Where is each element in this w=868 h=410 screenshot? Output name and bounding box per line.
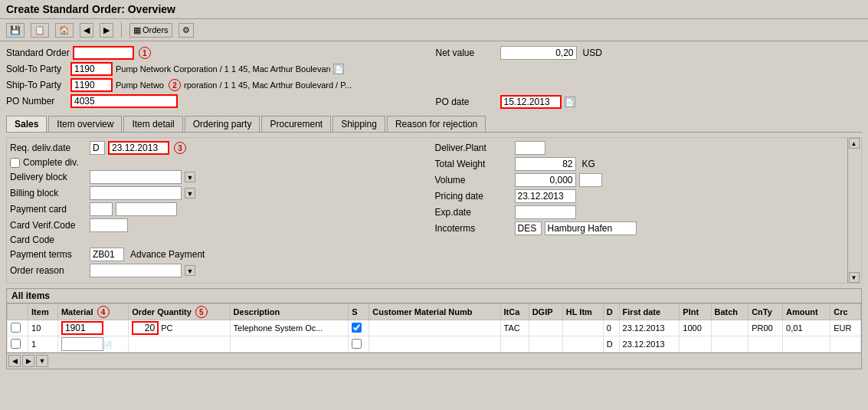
delivery-block-input[interactable] <box>90 170 182 184</box>
nav-forward-button[interactable]: ▶ <box>100 23 113 38</box>
row2-copy-icon[interactable]: 📄 <box>103 341 112 349</box>
save-button[interactable]: 💾 <box>6 23 25 38</box>
row1-customer-mat <box>369 320 500 336</box>
form-grid: Req. deliv.date 3 Complete div. Delivery… <box>10 141 858 280</box>
po-date-input[interactable] <box>500 95 562 109</box>
ship-to-party-desc: Pump Netwo <box>116 80 164 90</box>
incoterms-row: Incoterms <box>435 221 859 235</box>
tab-reason-rejection[interactable]: Reason for rejection <box>387 116 486 132</box>
exp-date-row: Exp.date <box>435 205 859 219</box>
nav-down-button[interactable]: ▼ <box>36 355 48 367</box>
tab-shipping[interactable]: Shipping <box>332 116 385 132</box>
row2-s-checkbox[interactable] <box>352 339 362 349</box>
tab-sales-label: Sales <box>15 119 38 130</box>
copy-icon-po[interactable]: 📄 <box>565 97 575 107</box>
nav-right-button[interactable]: ▶ <box>22 355 34 367</box>
nav-left-button[interactable]: ◀ <box>8 355 21 367</box>
po-number-input[interactable] <box>70 94 178 108</box>
copy-button[interactable]: 📋 <box>31 23 49 38</box>
complete-div-checkbox[interactable] <box>10 158 20 168</box>
card-verif-input[interactable] <box>90 218 128 232</box>
row2-order-qty <box>129 336 230 353</box>
row1-material-input[interactable] <box>61 321 103 335</box>
row2-crc <box>830 336 861 353</box>
settings-button[interactable]: ⚙ <box>179 23 194 38</box>
payment-card-input1[interactable] <box>90 202 113 216</box>
col-batch: Batch <box>711 304 748 320</box>
ship-to-party-row: Ship-To Party Pump Netwo 2 rporation / 1… <box>6 78 433 92</box>
delivery-block-dropdown[interactable]: ▼ <box>185 172 195 182</box>
order-reason-dropdown[interactable]: ▼ <box>185 265 195 276</box>
row2-checkbox[interactable] <box>11 339 21 349</box>
ship-to-party-input[interactable] <box>70 78 113 92</box>
copy-icon-sold[interactable]: 📄 <box>333 64 344 74</box>
header-left: Standard Order 1 Sold-To Party Pump Netw… <box>6 46 433 111</box>
billing-block-input[interactable] <box>90 186 182 200</box>
nav-back-button[interactable]: ◀ <box>80 23 93 38</box>
currency-label: USD <box>583 48 602 58</box>
card-verif-row: Card Verif.Code <box>10 218 434 232</box>
row1-s-checkbox[interactable] <box>352 323 362 333</box>
net-value-input[interactable] <box>500 46 577 60</box>
table-header-row: Item Material 4 Order Quantity 5 Descrip… <box>8 304 861 320</box>
standard-order-input[interactable] <box>73 46 134 60</box>
row2-material-input[interactable] <box>61 337 103 351</box>
row2-amount <box>783 336 830 353</box>
req-deliv-date-input[interactable] <box>108 141 169 155</box>
tab-item-detail[interactable]: Item detail <box>123 116 182 132</box>
row1-qty-unit: PC <box>161 323 172 333</box>
tab-item-overview[interactable]: Item overview <box>48 116 122 132</box>
grid-icon: ▦ <box>133 25 141 35</box>
order-reason-input[interactable] <box>90 264 182 277</box>
items-table: Item Material 4 Order Quantity 5 Descrip… <box>7 303 861 353</box>
sold-to-party-label: Sold-To Party <box>6 64 67 74</box>
row1-material <box>57 320 128 336</box>
volume-unit-input[interactable] <box>579 173 602 187</box>
billing-block-label: Billing block <box>10 188 87 198</box>
req-deliv-date-label: Req. deliv.date <box>10 143 87 153</box>
volume-input[interactable] <box>515 173 576 187</box>
card-verif-label: Card Verif.Code <box>10 220 87 231</box>
payment-card-input2[interactable] <box>116 202 177 216</box>
scroll-down-button[interactable]: ▼ <box>849 272 860 283</box>
po-number-label: PO Number <box>6 96 67 107</box>
card-code-row: Card Code <box>10 235 434 245</box>
row1-checkbox[interactable] <box>11 323 21 333</box>
tab-ordering-party[interactable]: Ordering party <box>185 116 260 132</box>
row1-qty-input[interactable] <box>132 321 159 335</box>
payment-card-label: Payment card <box>10 204 87 215</box>
table-nav: ◀ ▶ ▼ <box>7 353 861 369</box>
deliver-plant-input[interactable] <box>515 141 545 155</box>
billing-block-row: Billing block ▼ <box>10 186 434 200</box>
billing-block-dropdown[interactable]: ▼ <box>185 188 195 198</box>
tab-procurement[interactable]: Procurement <box>261 116 331 132</box>
scroll-up-button[interactable]: ▲ <box>849 138 860 149</box>
incoterms-input[interactable] <box>515 221 542 235</box>
orders-label: Orders <box>142 25 169 34</box>
row2-hl-itm <box>562 336 603 353</box>
orders-button[interactable]: ▦ Orders <box>129 23 172 38</box>
payment-terms-input[interactable] <box>90 248 124 261</box>
col-amount: Amount <box>783 304 830 320</box>
po-number-row: PO Number <box>6 94 433 108</box>
home-button[interactable]: 🏠 <box>55 23 74 38</box>
pricing-date-input[interactable] <box>515 189 576 203</box>
total-weight-input[interactable] <box>515 157 576 171</box>
payment-terms-desc: Advance Payment <box>130 249 205 260</box>
tab-sales[interactable]: Sales <box>6 116 47 132</box>
row2-plnt <box>680 336 711 353</box>
col-checkbox <box>8 304 28 320</box>
standard-order-row: Standard Order 1 <box>6 46 433 60</box>
row1-first-date: 23.12.2013 <box>619 320 680 336</box>
sold-to-party-input[interactable] <box>70 62 113 76</box>
col-material: Material 4 <box>57 304 128 320</box>
req-deliv-date-prefix-input[interactable] <box>90 141 105 155</box>
row1-hl-itm <box>562 320 603 336</box>
row2-batch <box>711 336 748 353</box>
incoterms-desc-input[interactable] <box>545 221 637 235</box>
exp-date-input[interactable] <box>515 205 576 219</box>
tabs-container: Sales Item overview Item detail Ordering… <box>6 116 862 133</box>
scrollbar[interactable]: ▲ ▼ <box>847 138 860 283</box>
total-weight-row: Total Weight KG <box>435 157 859 171</box>
row2-itca <box>500 336 529 353</box>
